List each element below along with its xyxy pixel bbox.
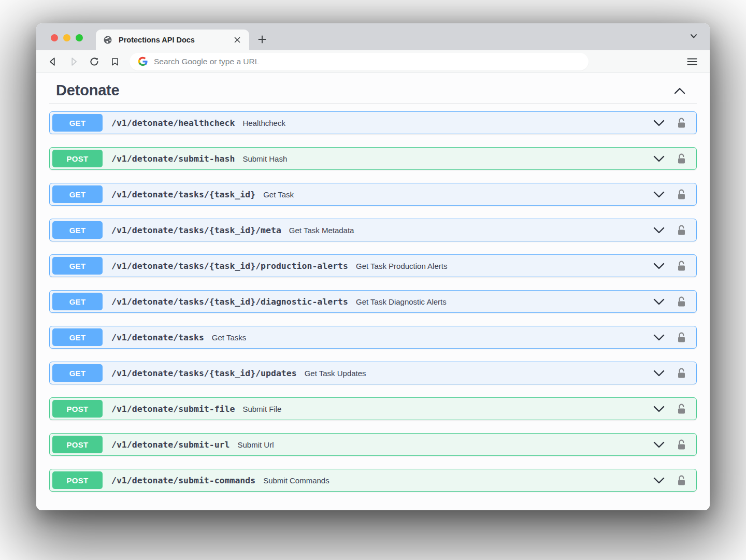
browser-window: Protections API Docs: [36, 23, 710, 510]
endpoint-summary: Get Task Updates: [305, 369, 366, 378]
http-method-badge: POST: [52, 400, 103, 418]
browser-tab[interactable]: Protections API Docs: [96, 30, 249, 50]
tab-close-icon[interactable]: [232, 34, 243, 46]
tab-overview-chevron-icon[interactable]: [689, 32, 698, 43]
endpoint-path: /v1/detonate/tasks/{task_id}/diagnostic-…: [111, 297, 348, 307]
api-operation-row[interactable]: GET /v1/detonate/tasks/{task_id}/updates…: [49, 362, 697, 384]
expand-operation-chevron-icon[interactable]: [653, 191, 665, 198]
api-docs-page: Detonate GET /v1/detonate/healthcheck He…: [36, 73, 710, 510]
close-window-button[interactable]: [51, 34, 58, 41]
url-input[interactable]: [154, 57, 580, 66]
collapse-section-chevron-icon[interactable]: [673, 87, 686, 95]
reload-button[interactable]: [86, 53, 103, 70]
section-header[interactable]: Detonate: [36, 73, 710, 104]
endpoint-summary: Get Task Metadata: [289, 226, 354, 235]
endpoint-path: /v1/detonate/tasks: [111, 333, 204, 342]
api-operation-row[interactable]: POST /v1/detonate/submit-url Submit Url: [49, 433, 697, 456]
expand-operation-chevron-icon[interactable]: [653, 120, 665, 126]
expand-operation-chevron-icon[interactable]: [653, 155, 665, 162]
endpoint-summary: Get Task: [263, 190, 294, 199]
tab-strip: Protections API Docs: [36, 23, 710, 50]
http-method-badge: GET: [52, 328, 103, 346]
expand-operation-chevron-icon[interactable]: [653, 334, 665, 341]
minimize-window-button[interactable]: [63, 34, 70, 41]
http-method-badge: GET: [52, 114, 103, 132]
http-method-badge: POST: [52, 436, 103, 453]
address-bar[interactable]: [130, 53, 589, 70]
authorize-unlock-icon[interactable]: [676, 332, 687, 343]
authorize-unlock-icon[interactable]: [676, 117, 687, 129]
api-operation-row[interactable]: POST /v1/detonate/submit-file Submit Fil…: [49, 397, 697, 420]
expand-operation-chevron-icon[interactable]: [653, 370, 665, 377]
google-logo-icon: [138, 56, 148, 66]
endpoint-path: /v1/detonate/tasks/{task_id}/meta: [111, 225, 281, 235]
http-method-badge: GET: [52, 221, 103, 239]
endpoint-summary: Submit Hash: [242, 154, 287, 163]
authorize-unlock-icon[interactable]: [676, 475, 687, 486]
http-method-badge: GET: [52, 185, 103, 203]
window-controls: [51, 34, 83, 41]
http-method-badge: GET: [52, 364, 103, 382]
endpoint-path: /v1/detonate/tasks/{task_id}/updates: [111, 368, 297, 378]
expand-operation-chevron-icon[interactable]: [653, 441, 665, 448]
forward-button[interactable]: [65, 53, 82, 70]
endpoint-summary: Healthcheck: [242, 119, 285, 127]
operations-list: GET /v1/detonate/healthcheck Healthcheck…: [36, 104, 710, 492]
api-operation-row[interactable]: GET /v1/detonate/tasks/{task_id}/meta Ge…: [49, 219, 697, 241]
authorize-unlock-icon[interactable]: [676, 224, 687, 236]
api-operation-row[interactable]: GET /v1/detonate/tasks/{task_id}/diagnos…: [49, 290, 697, 313]
expand-operation-chevron-icon[interactable]: [653, 263, 665, 269]
api-operation-row[interactable]: POST /v1/detonate/submit-hash Submit Has…: [49, 147, 697, 170]
back-button[interactable]: [45, 53, 61, 70]
api-operation-row[interactable]: GET /v1/detonate/tasks/{task_id}/product…: [49, 254, 697, 277]
endpoint-summary: Submit File: [242, 405, 281, 413]
endpoint-summary: Get Task Diagnostic Alerts: [356, 297, 447, 306]
endpoint-path: /v1/detonate/submit-url: [111, 440, 229, 450]
bookmark-icon[interactable]: [107, 53, 123, 70]
endpoint-path: /v1/detonate/tasks/{task_id}: [111, 190, 255, 199]
authorize-unlock-icon[interactable]: [676, 189, 687, 200]
api-operation-row[interactable]: POST /v1/detonate/submit-commands Submit…: [49, 469, 697, 492]
expand-operation-chevron-icon[interactable]: [653, 477, 665, 484]
endpoint-summary: Get Tasks: [212, 333, 246, 342]
endpoint-path: /v1/detonate/healthcheck: [111, 118, 235, 128]
api-operation-row[interactable]: GET /v1/detonate/tasks/{task_id} Get Tas…: [49, 183, 697, 206]
endpoint-summary: Submit Url: [237, 440, 274, 449]
browser-toolbar: [36, 50, 710, 73]
expand-operation-chevron-icon[interactable]: [653, 227, 665, 234]
expand-operation-chevron-icon[interactable]: [653, 406, 665, 412]
page-title: Detonate: [56, 82, 119, 99]
api-operation-row[interactable]: GET /v1/detonate/tasks Get Tasks: [49, 326, 697, 349]
expand-operation-chevron-icon[interactable]: [653, 298, 665, 305]
endpoint-summary: Submit Commands: [263, 476, 329, 485]
menu-hamburger-icon[interactable]: [684, 53, 700, 70]
endpoint-path: /v1/detonate/submit-hash: [111, 154, 235, 164]
authorize-unlock-icon[interactable]: [676, 153, 687, 165]
authorize-unlock-icon[interactable]: [676, 296, 687, 308]
endpoint-summary: Get Task Production Alerts: [356, 262, 447, 270]
endpoint-path: /v1/detonate/tasks/{task_id}/production-…: [111, 261, 348, 271]
http-method-badge: GET: [52, 257, 103, 275]
globe-favicon-icon: [103, 35, 112, 45]
http-method-badge: POST: [52, 150, 103, 167]
authorize-unlock-icon[interactable]: [676, 367, 687, 379]
authorize-unlock-icon[interactable]: [676, 260, 687, 272]
tab-title: Protections API Docs: [119, 36, 232, 44]
api-operation-row[interactable]: GET /v1/detonate/healthcheck Healthcheck: [49, 111, 697, 134]
zoom-window-button[interactable]: [76, 34, 83, 41]
http-method-badge: POST: [52, 471, 103, 489]
authorize-unlock-icon[interactable]: [676, 439, 687, 451]
http-method-badge: GET: [52, 293, 103, 310]
endpoint-path: /v1/detonate/submit-commands: [111, 476, 255, 485]
endpoint-path: /v1/detonate/submit-file: [111, 404, 235, 414]
authorize-unlock-icon[interactable]: [676, 403, 687, 415]
new-tab-button[interactable]: [253, 31, 271, 48]
